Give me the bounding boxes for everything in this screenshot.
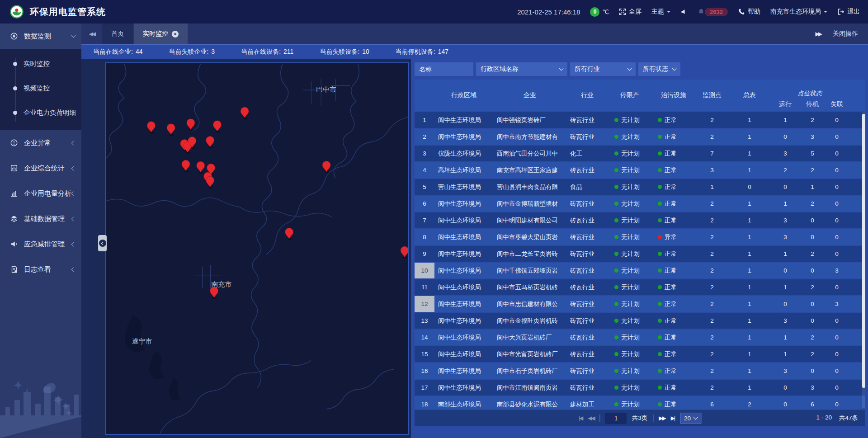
map-pin-icon[interactable] <box>322 161 330 173</box>
map-pin-icon[interactable] <box>187 119 195 131</box>
prev-page-button[interactable]: ◀◀ <box>588 415 594 421</box>
table-row[interactable]: 15阆中生态环境局阆中市光富页岩机砖厂砖瓦行业无计划正常21120 <box>415 346 865 362</box>
cell-region: 阆中生态环境局 <box>434 133 493 141</box>
tab-1[interactable]: 实时监控× <box>134 24 188 44</box>
sidebar-item-base-data[interactable]: 基础数据管理 <box>0 206 81 231</box>
fullscreen-icon <box>619 8 626 15</box>
table-row[interactable]: 7阆中生态环境局阆中明阳建材有限公司砖瓦行业无计划正常21300 <box>415 212 865 228</box>
sound-toggle-button[interactable] <box>680 8 688 15</box>
map-collapse-handle[interactable] <box>98 235 107 251</box>
table-row[interactable]: 9阆中生态环境局阆中市二龙长宝页岩砖砖瓦行业无计划正常21120 <box>415 246 865 262</box>
map-pin-icon[interactable] <box>147 122 155 134</box>
sidebar-item-power-analysis[interactable]: 企业用电量分析 <box>0 181 81 206</box>
logout-icon <box>837 8 844 15</box>
map-water <box>125 316 181 400</box>
sidebar-item-enterprise-abnormal[interactable]: 企业异常 <box>0 130 81 155</box>
app-root: 环保用电监管系统 2021-02-25 17:46:18 0 ℃ 全屏 主题 <box>0 0 868 438</box>
logo-emblem-icon <box>10 5 24 19</box>
cell-points: 2 <box>696 301 728 307</box>
name-filter-input[interactable] <box>415 62 473 76</box>
map-pin-icon[interactable] <box>401 246 408 259</box>
table-row[interactable]: 5营山生态环境局营山县润丰肉食品有限食品无计划正常10010 <box>415 179 865 195</box>
table-row[interactable]: 11阆中生态环境局阆中市五马桥页岩机砖砖瓦行业无计划正常21120 <box>415 279 865 295</box>
table-row[interactable]: 4高坪生态环境局南充市高坪区王家店建砖瓦行业无计划正常31220 <box>415 162 865 178</box>
theme-label: 主题 <box>651 8 664 16</box>
table-row[interactable]: 13阆中生态环境局阆中市金福旺页岩机砖砖瓦行业无计划正常21300 <box>415 313 865 329</box>
tab-bar: ◀◀ 首页实时监控× ▶▶ 关闭操作 <box>81 24 868 44</box>
table-row[interactable]: 10阆中生态环境局阆中千佛镇五郎垭页岩砖瓦行业无计划正常21003 <box>415 263 865 278</box>
map-pin-icon[interactable] <box>285 228 293 240</box>
map-pin-icon[interactable] <box>197 161 205 174</box>
next-page-button[interactable]: ▶▶ <box>659 415 665 421</box>
table-row[interactable]: 14阆中生态环境局阆中大兴页岩机砖厂砖瓦行业无计划正常21120 <box>415 330 865 345</box>
sidebar-subitem-0-1[interactable]: 视频监控 <box>0 76 81 100</box>
cell-region: 阆中生态环境局 <box>434 250 493 258</box>
map-pin-icon[interactable] <box>167 124 175 136</box>
tab-0[interactable]: 首页 <box>102 24 133 44</box>
table-row[interactable]: 2阆中生态环境局阆中市南方节能建材有砖瓦行业无计划正常21030 <box>415 129 865 145</box>
map-pin-icon[interactable] <box>210 287 218 299</box>
sidebar-item-label: 数据监测 <box>24 32 72 41</box>
notification-count-badge: 2632 <box>705 8 728 16</box>
chevron-left-icon <box>71 217 76 221</box>
sidebar-item-enterprise-statistics[interactable]: 企业综合统计 <box>0 155 81 181</box>
cell-points: 2 <box>696 267 728 274</box>
sidebar-item-data-monitor[interactable]: 数据监测 <box>0 24 81 49</box>
speaker-icon <box>680 8 688 15</box>
help-button[interactable]: 帮助 <box>738 8 760 16</box>
status-dot-icon <box>658 402 662 406</box>
logout-button[interactable]: 退出 <box>837 8 860 16</box>
map-pin-icon[interactable] <box>206 136 214 148</box>
cell-company: 营山县润丰肉食品有限 <box>493 183 566 191</box>
last-page-button[interactable]: ▶| <box>671 415 675 421</box>
cell-industry: 砖瓦行业 <box>566 267 608 275</box>
map-pin-icon[interactable] <box>206 176 214 188</box>
page-number-input[interactable] <box>606 413 627 424</box>
table-scrollbar-thumb[interactable] <box>862 114 865 388</box>
tabs-scroll-left-button[interactable]: ◀◀ <box>81 24 102 44</box>
table-row[interactable]: 1阆中生态环境局阆中强锐页岩砖厂砖瓦行业无计划正常21120 <box>415 112 865 128</box>
industry-filter-select[interactable]: 所有行业 <box>570 62 636 76</box>
table-row[interactable]: 18南部生态环境局南部县砂化水泥有限公建材加工无计划正常62060 <box>415 396 865 409</box>
cell-stop: 2 <box>800 117 825 123</box>
first-page-button[interactable]: |◀ <box>579 415 582 421</box>
status-dot-icon <box>658 135 662 139</box>
table-row[interactable]: 17阆中生态环境局阆中市江南镇阆南页岩砖瓦行业无计划正常21030 <box>415 380 865 396</box>
cell-meters: 1 <box>728 117 771 123</box>
map-pin-icon[interactable] <box>241 107 249 119</box>
tabs-scroll-right-button[interactable]: ▶▶ <box>816 31 821 37</box>
region-filter-select[interactable]: 行政区域名称 <box>476 62 567 76</box>
cell-production-limit: 无计划 <box>608 116 651 124</box>
pollution-facility-label: 正常 <box>665 300 677 308</box>
theme-menu-button[interactable]: 主题 <box>651 8 670 16</box>
cell-region: 阆中生态环境局 <box>434 233 493 241</box>
sidebar-subitem-0-0[interactable]: 实时监控 <box>0 52 81 76</box>
table-row[interactable]: 6阆中生态环境局阆中市金博瑞新型墙材砖瓦行业无计划正常21120 <box>415 196 865 212</box>
table-row[interactable]: 3仪陇生态环境局西南油气田分公司川中化工无计划正常71350 <box>415 146 865 161</box>
cell-meters: 1 <box>728 250 771 257</box>
cell-row-number: 4 <box>415 162 434 178</box>
fullscreen-button[interactable]: 全屏 <box>619 8 642 16</box>
map-pin-icon[interactable] <box>182 160 190 172</box>
cell-run: 3 <box>771 150 800 157</box>
notifications-button[interactable]: 2632 <box>698 8 728 16</box>
map-pin-icon[interactable] <box>213 121 222 133</box>
page-title: 环保用电监管系统 <box>30 6 106 18</box>
page-size-select[interactable]: 20 <box>680 413 701 424</box>
organization-menu-button[interactable]: 南充市生态环境局 <box>770 8 827 16</box>
sidebar-item-emergency-reduction[interactable]: 应急减排管理 <box>0 231 81 257</box>
sidebar-item-log-view[interactable]: 日志查看 <box>0 257 81 282</box>
status-filter-select[interactable]: 所有状态 <box>638 62 680 76</box>
table-row[interactable]: 16阆中生态环境局阆中市石子页岩机砖厂砖瓦行业无计划正常21300 <box>415 363 865 379</box>
sidebar-subitem-0-2[interactable]: 企业电力负荷明细 <box>0 100 81 125</box>
cell-production-limit: 无计划 <box>608 283 651 292</box>
table-row[interactable]: 8阆中生态环境局阆中市枣碧大梁山页岩砖瓦行业无计划异常21300 <box>415 229 865 245</box>
cell-points: 2 <box>696 317 728 324</box>
column-header-4: 停限产 <box>608 80 651 111</box>
production-limit-label: 无计划 <box>621 283 640 292</box>
cell-company: 南充市高坪区王家店建 <box>493 166 566 174</box>
map-canvas[interactable]: 巴中市南充市遂宁市 <box>106 63 408 434</box>
table-row[interactable]: 12阆中生态环境局阆中市忠信建材有限公砖瓦行业无计划正常21003 <box>415 296 865 312</box>
close-icon[interactable]: × <box>172 31 179 38</box>
close-operations-button[interactable]: 关闭操作 <box>833 30 858 38</box>
